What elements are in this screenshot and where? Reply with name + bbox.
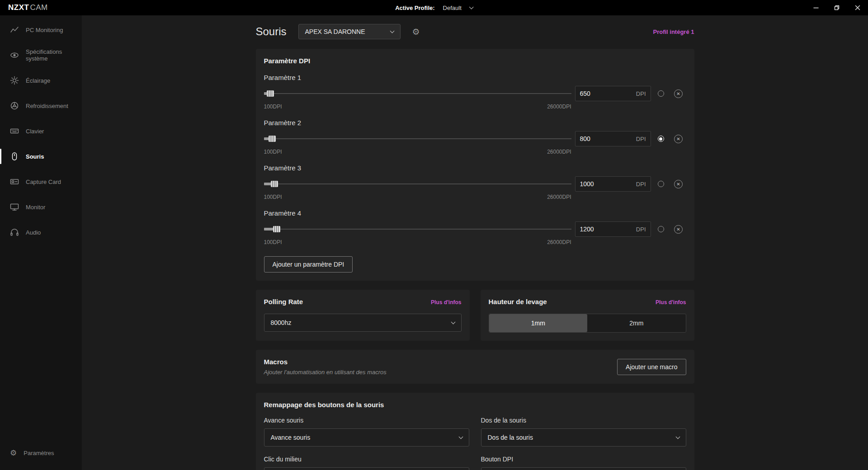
close-button[interactable] — [847, 0, 868, 15]
dpi-active-radio[interactable] — [658, 136, 664, 142]
slider-thumb[interactable] — [273, 226, 280, 232]
active-indicator — [0, 149, 1, 164]
sidebar-item-label: Éclairage — [26, 77, 50, 84]
sidebar-item-cooling[interactable]: Refroidissement — [0, 93, 82, 118]
sidebar: PC Monitoring Spécifications système Écl… — [0, 15, 82, 470]
minimize-icon — [813, 5, 819, 10]
liftoff-option-2mm[interactable]: 2mm — [587, 314, 686, 332]
scale-max-label: 26000DPI — [547, 103, 571, 110]
remap-select-middle-click[interactable]: Clic du milieu — [264, 467, 469, 470]
slider-track[interactable] — [264, 183, 571, 184]
add-dpi-button[interactable]: Ajouter un paramètre DPI — [264, 256, 353, 273]
liftoff-option-1mm[interactable]: 1mm — [489, 314, 588, 332]
remap-select-back[interactable]: Dos de la souris — [481, 428, 686, 446]
sidebar-item-keyboard[interactable]: Clavier — [0, 118, 82, 144]
dpi-value-input[interactable] — [580, 180, 636, 188]
dpi-setting-row: Paramètre 1 DPI ✕ — [264, 74, 686, 110]
dpi-slider[interactable] — [264, 225, 571, 234]
sidebar-item-mouse[interactable]: Souris — [0, 144, 82, 169]
slider-scale: 100DPI 26000DPI — [264, 149, 571, 155]
dpi-value-field: DPI — [575, 86, 651, 101]
titlebar: NZXTCAM Active Profile: Default — [0, 0, 868, 15]
dpi-slider[interactable] — [264, 89, 571, 98]
dpi-slider[interactable] — [264, 134, 571, 143]
remap-panel: Remappage des boutons de la souris Avanc… — [256, 393, 694, 470]
polling-more-info-link[interactable]: Plus d'infos — [431, 299, 462, 306]
remap-select-dpi-button[interactable]: Bouton DPI — [481, 467, 686, 470]
dpi-value-input[interactable] — [580, 226, 636, 233]
device-select[interactable]: APEX SA DARONNE — [298, 24, 401, 39]
dpi-unit-label: DPI — [636, 181, 646, 188]
dpi-active-radio[interactable] — [658, 226, 664, 232]
sun-icon — [10, 76, 19, 85]
liftoff-title: Hauteur de levage — [489, 298, 547, 306]
sidebar-item-audio[interactable]: Audio — [0, 220, 82, 245]
remap-field-middle-click: Clic du milieu Clic du milieu — [264, 456, 469, 470]
profile-badge: Profil intégré 1 — [653, 28, 694, 35]
sidebar-item-monitor[interactable]: Monitor — [0, 194, 82, 220]
scale-max-label: 26000DPI — [547, 149, 571, 155]
chevron-down-icon — [675, 434, 680, 439]
slider-thumb[interactable] — [271, 181, 278, 187]
chevron-down-icon — [390, 28, 394, 33]
dpi-setting-label: Paramètre 3 — [264, 164, 686, 172]
slider-track[interactable] — [264, 229, 571, 230]
sidebar-item-lighting[interactable]: Éclairage — [0, 68, 82, 93]
remove-dpi-icon[interactable]: ✕ — [674, 180, 683, 188]
dpi-setting-label: Paramètre 1 — [264, 74, 686, 81]
remove-dpi-icon[interactable]: ✕ — [674, 225, 683, 234]
scale-max-label: 26000DPI — [547, 194, 571, 200]
remove-dpi-icon[interactable]: ✕ — [674, 135, 683, 143]
polling-rate-select[interactable]: 8000hz — [264, 314, 462, 332]
macros-subtitle: Ajouter l'automatisation en utilisant de… — [264, 369, 387, 376]
logo-nzxt: NZXT — [8, 3, 29, 12]
restore-button[interactable] — [826, 0, 847, 15]
add-macro-button[interactable]: Ajouter une macro — [617, 359, 686, 375]
keyboard-icon — [10, 127, 19, 136]
dpi-active-radio[interactable] — [658, 181, 664, 187]
sidebar-item-label: Souris — [26, 153, 44, 160]
liftoff-segmented-control: 1mm 2mm — [489, 314, 686, 333]
active-profile-dropdown[interactable]: Active Profile: Default — [395, 5, 473, 11]
slider-track[interactable] — [264, 93, 571, 94]
page-title: Souris — [256, 25, 287, 38]
app-logo: NZXTCAM — [0, 3, 48, 12]
slider-thumb[interactable] — [267, 90, 274, 97]
main-area: Souris APEX SA DARONNE ⚙ Profil intégré … — [82, 15, 868, 470]
liftoff-more-info-link[interactable]: Plus d'infos — [656, 299, 686, 306]
gear-icon: ⚙ — [10, 449, 17, 457]
remove-dpi-icon[interactable]: ✕ — [674, 89, 683, 98]
close-icon — [855, 5, 860, 10]
sidebar-item-system-specs[interactable]: Spécifications système — [0, 42, 82, 68]
slider-thumb[interactable] — [269, 136, 276, 142]
remap-select-forward[interactable]: Avance souris — [264, 428, 469, 446]
slider-scale: 100DPI 26000DPI — [264, 239, 571, 245]
dpi-value-input[interactable] — [580, 135, 636, 142]
remap-field-label: Bouton DPI — [481, 456, 686, 463]
minimize-button[interactable] — [806, 0, 826, 15]
slider-track[interactable] — [264, 138, 571, 139]
remap-field-label: Dos de la souris — [481, 417, 686, 424]
page-header: Souris APEX SA DARONNE ⚙ Profil intégré … — [256, 22, 694, 42]
dpi-value-field: DPI — [575, 221, 651, 237]
headset-icon — [10, 228, 19, 237]
device-settings-gear-icon[interactable]: ⚙ — [412, 27, 420, 37]
fan-icon — [10, 101, 19, 110]
sidebar-item-label: Capture Card — [26, 179, 61, 185]
dpi-unit-label: DPI — [636, 136, 646, 142]
macros-panel: Macros Ajouter l'automatisation en utili… — [256, 350, 694, 384]
sidebar-item-capture-card[interactable]: Capture Card — [0, 169, 82, 194]
capture-card-icon — [10, 177, 19, 186]
dpi-value-field: DPI — [575, 176, 651, 192]
dpi-slider[interactable] — [264, 179, 571, 188]
dpi-value-input[interactable] — [580, 90, 636, 97]
dpi-active-radio[interactable] — [658, 90, 664, 97]
sidebar-item-settings[interactable]: ⚙ Paramètres — [0, 440, 82, 465]
dpi-panel: Paramètre DPI Paramètre 1 DPI — [256, 49, 694, 281]
sidebar-item-label: Clavier — [26, 128, 44, 135]
dpi-unit-label: DPI — [636, 226, 646, 233]
polling-rate-panel: Polling Rate Plus d'infos 8000hz — [256, 290, 470, 341]
scale-min-label: 100DPI — [264, 149, 282, 155]
sidebar-item-label: Paramètres — [24, 450, 54, 456]
sidebar-item-pc-monitoring[interactable]: PC Monitoring — [0, 17, 82, 42]
